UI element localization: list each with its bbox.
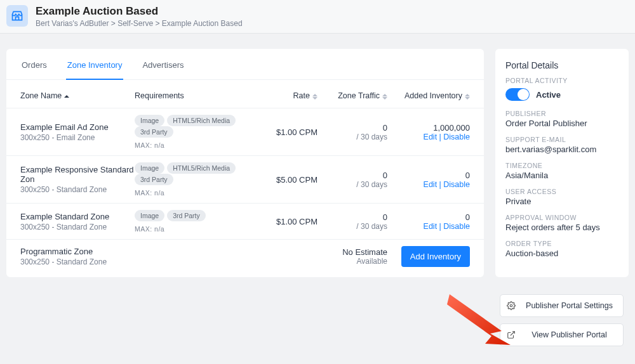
useraccess-value: Private (505, 197, 618, 206)
activity-toggle[interactable] (505, 88, 530, 101)
sort-icon (465, 94, 470, 100)
support-label: SUPPORT E-MAIL (505, 136, 618, 143)
traffic-sub: Available (318, 257, 387, 266)
requirement-tag: 3rd Party (135, 174, 173, 185)
traffic-sub: / 30 days (318, 133, 387, 141)
timezone-label: TIMEZONE (505, 162, 618, 169)
inventory-value: 0 (387, 171, 470, 180)
requirement-tag: Image (135, 162, 164, 174)
activity-status: Active (536, 90, 561, 100)
svg-line-1 (511, 332, 514, 335)
approval-value: Reject orders after 5 days (505, 223, 618, 232)
publisher-value: Order Portal Publisher (505, 119, 618, 128)
requirement-tag: Image (135, 210, 164, 221)
max-value: MAX: n/a (135, 225, 254, 233)
store-icon (11, 10, 23, 22)
table-row: Example Email Ad Zone 300x250 - Email Zo… (6, 108, 484, 155)
sort-icon (64, 95, 69, 98)
traffic-value: 0 (318, 171, 387, 180)
requirement-tag: HTML5/Rich Media (167, 115, 236, 126)
inventory-value: 1,000,000 (387, 123, 470, 133)
traffic-value: 0 (318, 123, 387, 133)
publisher-label: PUBLISHER (505, 110, 618, 117)
portal-logo (6, 5, 28, 27)
requirement-tag: 3rd Party (167, 210, 206, 221)
requirement-tag: Image (135, 115, 164, 126)
zone-subtype: 300x250 - Standard Zone (20, 257, 135, 266)
breadcrumb[interactable]: Bert Varias's AdButler > Self-Serve > Ex… (36, 19, 243, 28)
zone-subtype: 300x250 - Email Zone (20, 133, 135, 142)
edit-disable-links[interactable]: Edit | Disable (387, 222, 470, 231)
tab-advertisers[interactable]: Advertisers (141, 58, 185, 79)
rate-value: $1.00 CPM (254, 217, 318, 226)
traffic-sub: / 30 days (318, 222, 387, 231)
rate-header[interactable]: Rate (254, 91, 318, 100)
main-panel: Orders Zone Inventory Advertisers Zone N… (6, 49, 484, 277)
svg-point-0 (510, 304, 512, 307)
support-value: bert.varias@sparklit.com (505, 145, 618, 154)
edit-disable-links[interactable]: Edit | Disable (387, 133, 470, 141)
edit-disable-links[interactable]: Edit | Disable (387, 180, 470, 189)
zone-name[interactable]: Example Responsive Standard Zon (20, 165, 135, 184)
portal-details-heading: Portal Details (505, 60, 618, 70)
page-title: Example Auction Based (36, 5, 243, 18)
tabs: Orders Zone Inventory Advertisers (6, 49, 484, 80)
max-value: MAX: n/a (135, 141, 254, 149)
external-link-icon (507, 330, 516, 339)
view-publisher-portal-button[interactable]: View Publisher Portal (500, 323, 624, 346)
add-inventory-button[interactable]: Add Inventory (401, 246, 470, 267)
table-header: Zone Name Requirements Rate Zone Traffic… (6, 80, 484, 108)
timezone-value: Asia/Manila (505, 171, 618, 180)
zone-name[interactable]: Programmatic Zone (20, 247, 135, 256)
publisher-portal-settings-button[interactable]: Publisher Portal Settings (500, 294, 624, 317)
page-header: Example Auction Based Bert Varias's AdBu… (0, 0, 635, 34)
sort-icon (312, 94, 318, 100)
approval-label: APPROVAL WINDOW (505, 214, 618, 221)
view-label: View Publisher Portal (522, 330, 617, 339)
ordertype-value: Auction-based (505, 249, 618, 258)
portal-details-panel: Portal Details PORTAL ACTIVITY Active PU… (495, 49, 629, 277)
requirement-tag: 3rd Party (135, 126, 173, 138)
max-value: MAX: n/a (135, 189, 254, 197)
tab-orders[interactable]: Orders (20, 58, 48, 79)
traffic-value: 0 (318, 212, 387, 222)
rate-value: $5.00 CPM (254, 175, 318, 185)
ordertype-label: ORDER TYPE (505, 240, 618, 247)
gear-icon (507, 301, 516, 310)
table-row: Example Responsive Standard Zon 300x250 … (6, 155, 484, 203)
rate-value: $1.00 CPM (254, 127, 318, 137)
useraccess-label: USER ACCESS (505, 188, 618, 195)
traffic-value: No Estimate (318, 247, 387, 257)
activity-label: PORTAL ACTIVITY (505, 77, 618, 84)
tab-zone-inventory[interactable]: Zone Inventory (66, 58, 124, 80)
table-row: Example Standard Zone 300x250 - Standard… (6, 203, 484, 239)
requirement-tag: HTML5/Rich Media (167, 162, 236, 174)
zone-name[interactable]: Example Standard Zone (20, 212, 135, 221)
zone-subtype: 300x250 - Standard Zone (20, 185, 135, 194)
inventory-header[interactable]: Added Inventory (387, 91, 470, 100)
requirements-header: Requirements (135, 91, 254, 100)
traffic-header[interactable]: Zone Traffic (318, 91, 387, 100)
sort-icon (382, 94, 387, 100)
zone-name-header[interactable]: Zone Name (20, 91, 135, 100)
traffic-sub: / 30 days (318, 180, 387, 189)
zone-subtype: 300x250 - Standard Zone (20, 223, 135, 231)
table-row: Programmatic Zone 300x250 - Standard Zon… (6, 239, 484, 273)
zone-name[interactable]: Example Email Ad Zone (20, 122, 135, 132)
settings-label: Publisher Portal Settings (522, 301, 617, 310)
inventory-value: 0 (387, 212, 470, 222)
